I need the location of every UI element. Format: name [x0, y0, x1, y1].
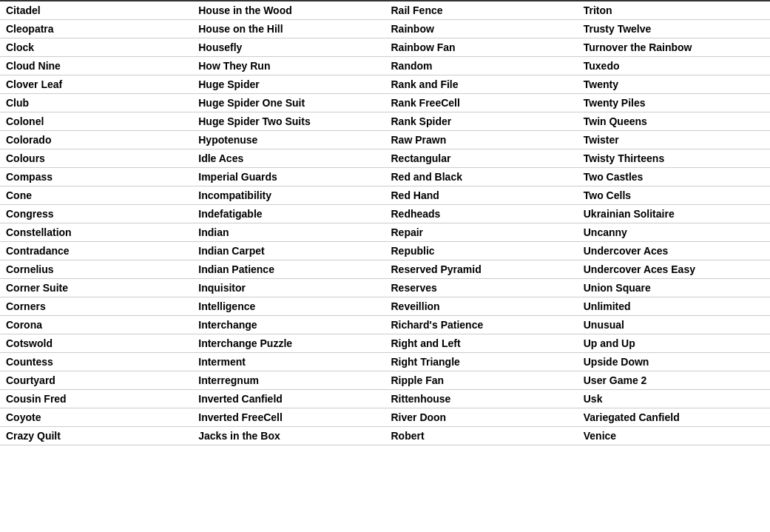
table-cell: Uncanny: [578, 223, 770, 242]
table-cell: Imperial Guards: [192, 168, 385, 186]
table-cell: Interchange: [192, 316, 385, 334]
table-cell: Countess: [0, 353, 192, 371]
table-cell: Turnover the Rainbow: [578, 38, 770, 57]
table-cell: Colorado: [0, 131, 192, 149]
table-cell: Rank and File: [385, 75, 578, 94]
table-row: CompassImperial GuardsRed and BlackTwo C…: [0, 168, 770, 186]
table-row: ContradanceIndian CarpetRepublicUndercov…: [0, 242, 770, 260]
table-cell: User Game 2: [578, 371, 770, 390]
table-cell: Indian Patience: [192, 260, 385, 279]
table-cell: Rectangular: [385, 149, 578, 168]
table-cell: Undercover Aces: [578, 242, 770, 260]
table-cell: Rittenhouse: [385, 390, 578, 408]
table-cell: Housefly: [192, 38, 385, 57]
table-cell: Rank FreeCell: [385, 94, 578, 112]
table-cell: Colours: [0, 149, 192, 168]
table-cell: River Doon: [385, 408, 578, 427]
table-row: ConstellationIndianRepairUncanny: [0, 223, 770, 242]
table-row: Corner SuiteInquisitorReservesUnion Squa…: [0, 279, 770, 297]
table-cell: Two Castles: [578, 168, 770, 186]
table-cell: Interchange Puzzle: [192, 334, 385, 353]
table-cell: House in the Wood: [192, 1, 385, 20]
table-cell: Coyote: [0, 408, 192, 427]
table-cell: Raw Prawn: [385, 131, 578, 149]
table-cell: Inverted Canfield: [192, 390, 385, 408]
table-cell: Two Cells: [578, 186, 770, 205]
table-cell: Cloud Nine: [0, 57, 192, 75]
table-cell: Right Triangle: [385, 353, 578, 371]
table-cell: Incompatibility: [192, 186, 385, 205]
table-row: CornersIntelligenceReveillionUnlimited: [0, 297, 770, 316]
table-cell: Rail Fence: [385, 1, 578, 20]
table-cell: House on the Hill: [192, 20, 385, 38]
table-cell: Indefatigable: [192, 205, 385, 223]
table-row: ConeIncompatibilityRed HandTwo Cells: [0, 186, 770, 205]
table-cell: Contradance: [0, 242, 192, 260]
table-cell: Repair: [385, 223, 578, 242]
table-cell: Up and Up: [578, 334, 770, 353]
table-cell: Clover Leaf: [0, 75, 192, 94]
table-cell: Rainbow Fan: [385, 38, 578, 57]
table-cell: Reveillion: [385, 297, 578, 316]
table-cell: Variegated Canfield: [578, 408, 770, 427]
table-row: CitadelHouse in the WoodRail FenceTriton: [0, 1, 770, 20]
table-cell: Corona: [0, 316, 192, 334]
table-cell: Twin Queens: [578, 112, 770, 131]
table-cell: Venice: [578, 427, 770, 445]
table-cell: Compass: [0, 168, 192, 186]
table-cell: Inverted FreeCell: [192, 408, 385, 427]
table-row: CoyoteInverted FreeCellRiver DoonVariega…: [0, 408, 770, 427]
table-cell: Tuxedo: [578, 57, 770, 75]
table-cell: Triton: [578, 1, 770, 20]
table-cell: Huge Spider: [192, 75, 385, 94]
table-cell: Ripple Fan: [385, 371, 578, 390]
table-cell: Crazy Quilt: [0, 427, 192, 445]
table-row: CoronaInterchangeRichard's PatienceUnusu…: [0, 316, 770, 334]
table-cell: Richard's Patience: [385, 316, 578, 334]
table-cell: Indian: [192, 223, 385, 242]
table-cell: Twister: [578, 131, 770, 149]
table-cell: Rank Spider: [385, 112, 578, 131]
table-row: CourtyardInterregnumRipple FanUser Game …: [0, 371, 770, 390]
table-cell: Club: [0, 94, 192, 112]
table-cell: Reserves: [385, 279, 578, 297]
table-row: Clover LeafHuge SpiderRank and FileTwent…: [0, 75, 770, 94]
table-cell: Trusty Twelve: [578, 20, 770, 38]
table-cell: Interment: [192, 353, 385, 371]
table-row: CongressIndefatigableRedheadsUkrainian S…: [0, 205, 770, 223]
table-row: CorneliusIndian PatienceReserved Pyramid…: [0, 260, 770, 279]
table-cell: Cousin Fred: [0, 390, 192, 408]
table-cell: Clock: [0, 38, 192, 57]
table-cell: Jacks in the Box: [192, 427, 385, 445]
table-cell: Unusual: [578, 316, 770, 334]
table-cell: Cotswold: [0, 334, 192, 353]
table-cell: Intelligence: [192, 297, 385, 316]
table-cell: Republic: [385, 242, 578, 260]
table-cell: Upside Down: [578, 353, 770, 371]
table-row: ColoursIdle AcesRectangularTwisty Thirte…: [0, 149, 770, 168]
table-cell: Inquisitor: [192, 279, 385, 297]
table-cell: Huge Spider One Suit: [192, 94, 385, 112]
table-cell: Robert: [385, 427, 578, 445]
table-cell: Red and Black: [385, 168, 578, 186]
table-cell: Congress: [0, 205, 192, 223]
table-row: ClubHuge Spider One SuitRank FreeCellTwe…: [0, 94, 770, 112]
table-cell: Undercover Aces Easy: [578, 260, 770, 279]
table-cell: Interregnum: [192, 371, 385, 390]
table-cell: Cone: [0, 186, 192, 205]
table-cell: Courtyard: [0, 371, 192, 390]
table-cell: Ukrainian Solitaire: [578, 205, 770, 223]
table-row: Cloud NineHow They RunRandomTuxedo: [0, 57, 770, 75]
table-cell: Twenty: [578, 75, 770, 94]
table-cell: Usk: [578, 390, 770, 408]
table-cell: Unlimited: [578, 297, 770, 316]
table-cell: Idle Aces: [192, 149, 385, 168]
table-cell: Corners: [0, 297, 192, 316]
table-cell: Union Square: [578, 279, 770, 297]
table-cell: How They Run: [192, 57, 385, 75]
table-cell: Citadel: [0, 1, 192, 20]
table-row: CountessIntermentRight TriangleUpside Do…: [0, 353, 770, 371]
table-cell: Huge Spider Two Suits: [192, 112, 385, 131]
table-cell: Cleopatra: [0, 20, 192, 38]
table-cell: Hypotenuse: [192, 131, 385, 149]
